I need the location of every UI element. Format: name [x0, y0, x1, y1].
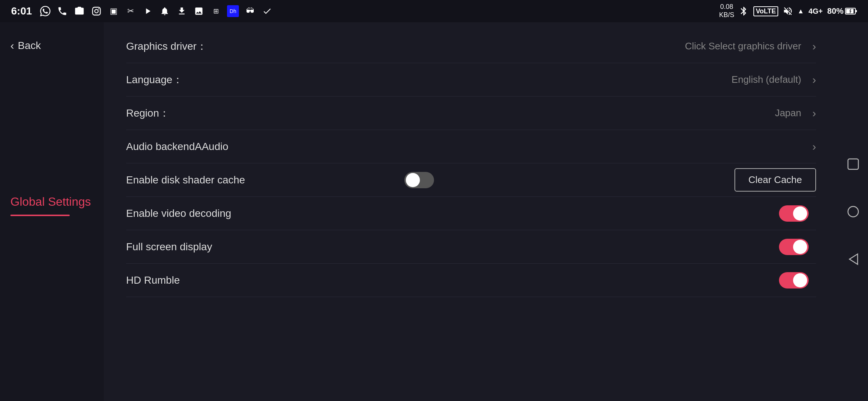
- download-icon: [176, 5, 188, 17]
- bluetooth-icon: [739, 6, 749, 16]
- status-icons-right: 0.08KB/S VoLTE ▲ 4G+ 80%: [719, 3, 857, 19]
- tablet-icon: ▣: [108, 5, 119, 17]
- image-icon: [193, 5, 205, 17]
- back-label: Back: [18, 40, 41, 52]
- language-label: Language：: [126, 73, 731, 87]
- sidebar: ‹ Back Global Settings: [0, 22, 104, 401]
- disk-shader-cache-toggle[interactable]: [404, 172, 434, 188]
- hd-rumble-row: HD Rumble: [126, 264, 816, 297]
- svg-rect-3: [848, 159, 858, 169]
- fullscreen-display-toggle[interactable]: [779, 239, 809, 255]
- video-decoding-row: Enable video decoding: [126, 197, 816, 230]
- video-decoding-thumb: [793, 206, 807, 221]
- camera-icon: [73, 5, 85, 17]
- fullscreen-display-toggle-container[interactable]: [779, 239, 809, 255]
- hd-rumble-label: HD Rumble: [126, 274, 779, 286]
- glasses-icon: 🕶: [244, 5, 256, 17]
- check-icon: [261, 5, 273, 17]
- nav-circle-button[interactable]: [844, 203, 862, 221]
- instagram-icon: [91, 5, 102, 17]
- hd-rumble-toggle-container[interactable]: [779, 272, 809, 288]
- graphics-driver-chevron: ›: [812, 40, 816, 53]
- status-icons-left: ▣ ✂ ⊞ Dh 🕶: [39, 5, 273, 17]
- graphics-driver-value: Click Select graphics driver: [685, 40, 801, 52]
- play-icon: [142, 5, 154, 17]
- hd-rumble-thumb: [793, 273, 807, 287]
- region-value: Japan: [775, 107, 801, 119]
- fullscreen-display-row: Full screen display: [126, 230, 816, 264]
- audio-backend-row[interactable]: Audio backendAAudio ›: [126, 130, 816, 163]
- svg-marker-5: [849, 254, 858, 264]
- language-chevron: ›: [812, 74, 816, 86]
- disk-shader-cache-thumb: [406, 173, 420, 187]
- video-decoding-toggle-container[interactable]: [779, 205, 809, 222]
- region-chevron: ›: [812, 107, 816, 120]
- nav-square-button[interactable]: [844, 155, 862, 173]
- fullscreen-display-label: Full screen display: [126, 241, 779, 253]
- back-chevron-icon: ‹: [10, 39, 14, 52]
- svg-rect-2: [856, 10, 857, 12]
- nav-back-button[interactable]: [844, 250, 862, 268]
- network-type: 4G+: [809, 7, 823, 16]
- extra-icon1: ⊞: [210, 5, 222, 17]
- fullscreen-display-thumb: [793, 240, 807, 254]
- battery-indicator: 80%: [827, 6, 857, 16]
- audio-backend-label: Audio backendAAudio: [126, 141, 809, 153]
- disk-shader-cache-toggle-container[interactable]: [404, 172, 434, 188]
- disk-shader-cache-label: Enable disk shader cache: [126, 174, 404, 186]
- clear-cache-button[interactable]: Clear Cache: [734, 168, 816, 192]
- disk-shader-cache-row: Enable disk shader cache Clear Cache: [126, 163, 816, 197]
- nav-bar: [838, 22, 868, 401]
- graphics-driver-row[interactable]: Graphics driver： Click Select graphics d…: [126, 30, 816, 63]
- battery-icon: [845, 7, 857, 15]
- sidebar-title: Global Settings: [0, 195, 104, 215]
- scissors-icon: ✂: [125, 5, 137, 17]
- whatsapp-icon: [39, 5, 51, 17]
- status-bar: 6:01 ▣ ✂: [0, 0, 868, 22]
- disney-icon: Dh: [227, 5, 239, 17]
- mute-icon: [783, 6, 793, 16]
- region-label: Region：: [126, 106, 775, 120]
- region-row[interactable]: Region： Japan ›: [126, 97, 816, 130]
- phone-icon: [56, 5, 68, 17]
- bell-icon: [159, 5, 171, 17]
- status-time: 6:01: [11, 5, 32, 17]
- language-row[interactable]: Language： English (default) ›: [126, 63, 816, 97]
- back-button[interactable]: ‹ Back: [0, 33, 104, 58]
- audio-backend-chevron: ›: [812, 140, 816, 153]
- main-content: Graphics driver： Click Select graphics d…: [104, 22, 838, 401]
- hd-rumble-toggle[interactable]: [779, 272, 809, 288]
- graphics-driver-label: Graphics driver：: [126, 39, 685, 53]
- language-value: English (default): [731, 74, 801, 85]
- svg-point-4: [848, 206, 858, 217]
- video-decoding-toggle[interactable]: [779, 205, 809, 222]
- video-decoding-label: Enable video decoding: [126, 208, 779, 219]
